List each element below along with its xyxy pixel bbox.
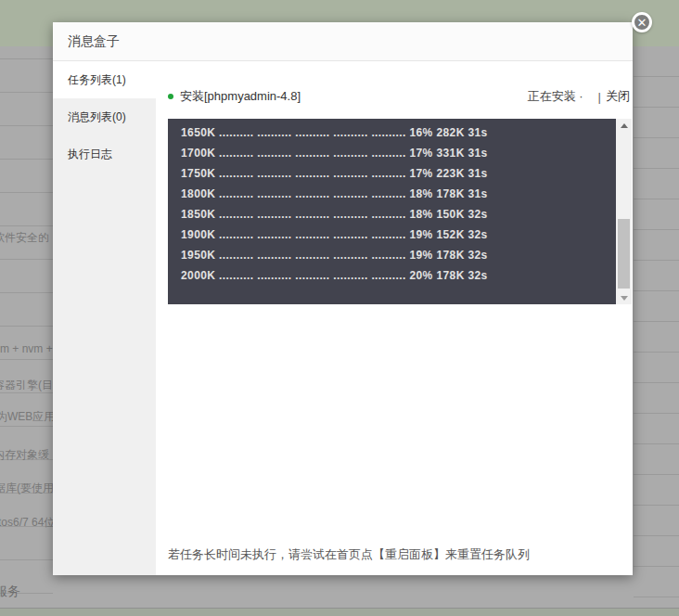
modal-header: 消息盒子	[53, 22, 633, 61]
terminal-line: 1650K .......... .......... .......... .…	[181, 122, 613, 143]
terminal-line: 1850K .......... .......... .......... .…	[181, 204, 613, 225]
modal-content: 安装[phpmyadmin-4.8] 正在安装 · | 关闭 1650K ...…	[156, 61, 633, 575]
sidebar-item-message-list[interactable]: 消息列表(0)	[53, 98, 156, 135]
task-name: 安装[phpmyadmin-4.8]	[180, 88, 528, 105]
task-log-terminal[interactable]: 1650K .......... .......... .......... .…	[168, 119, 632, 304]
modal-title: 消息盒子	[53, 33, 120, 50]
bg-text-fragment: tos6/7 64位	[0, 515, 53, 531]
terminal-line: 1700K .......... .......... .......... .…	[181, 143, 613, 163]
task-status-text: 正在安装 ·	[528, 88, 583, 105]
terminal-line: 2000K .......... .......... .......... .…	[181, 265, 613, 286]
bg-left-column: 软件安全的m + nvm +容器引擎(目为WEB应用内存对象缓据库(要使用tos…	[0, 0, 53, 616]
bg-text-fragment: 内存对象缓	[0, 447, 49, 463]
terminal-line: 1950K .......... .......... .......... .…	[181, 245, 613, 265]
task-header-row: 安装[phpmyadmin-4.8] 正在安装 · | 关闭	[168, 88, 630, 105]
bg-text-fragment: m + nvm +	[0, 342, 53, 355]
task-close-link[interactable]: 关闭	[606, 88, 630, 105]
bg-text-fragment: 容器引擎(目	[0, 378, 53, 393]
terminal-line: 1900K .......... .......... .......... .…	[181, 225, 613, 245]
bg-text-fragment: 为WEB应用	[0, 409, 53, 425]
page: { "colors": { "page_bg": "#ababab", "hea…	[0, 0, 679, 616]
terminal-line: 1800K .......... .......... .......... .…	[181, 184, 613, 204]
sidebar-item-exec-log[interactable]: 执行日志	[53, 135, 156, 173]
status-close-divider: |	[598, 90, 601, 104]
scroll-up-arrow-icon[interactable]	[616, 119, 632, 132]
bg-text-fragment: 软件安全的	[0, 230, 49, 246]
task-running-dot-icon	[168, 94, 173, 99]
bg-bottom-band	[0, 608, 679, 616]
bg-text-fragment: 服务	[0, 584, 20, 600]
bg-right-rows	[634, 16, 679, 610]
scroll-thumb[interactable]	[618, 219, 630, 289]
scroll-down-arrow-icon[interactable]	[616, 291, 632, 304]
modal-sidebar: 任务列表(1)消息列表(0)执行日志	[53, 61, 156, 575]
bg-text-fragment: 据库(要使用	[0, 481, 53, 496]
sidebar-item-task-list[interactable]: 任务列表(1)	[53, 61, 156, 98]
task-queue-hint: 若任务长时间未执行，请尝试在首页点【重启面板】来重置任务队列	[168, 546, 530, 563]
terminal-line: 1750K .......... .......... .......... .…	[181, 163, 613, 184]
close-icon: ✕	[637, 17, 647, 29]
task-log-terminal-text: 1650K .......... .......... .......... .…	[168, 119, 632, 286]
modal-close-button[interactable]: ✕	[632, 12, 652, 32]
terminal-scrollbar[interactable]	[616, 119, 632, 304]
message-box-modal: 消息盒子 ✕ 任务列表(1)消息列表(0)执行日志 安装[phpmyadmin-…	[53, 22, 633, 575]
